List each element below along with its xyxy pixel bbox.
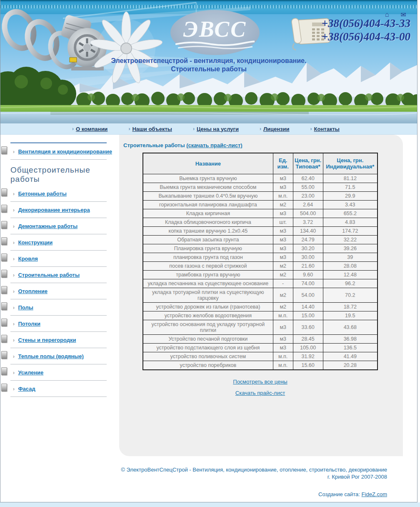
block-icon bbox=[1, 319, 7, 326]
block-icon bbox=[1, 384, 7, 392]
cell-unit: м3 bbox=[273, 334, 293, 343]
sidebar-link[interactable]: Отопление bbox=[18, 288, 48, 294]
sidebar-link[interactable]: Бетонные работы bbox=[18, 191, 66, 197]
credit-label: Создание сайта: bbox=[318, 491, 360, 497]
sidebar-item[interactable]: › Потолки bbox=[0, 316, 119, 331]
sidebar-item[interactable]: › Демонтажные работы bbox=[0, 218, 119, 234]
cell-price-individual: 41.49 bbox=[323, 352, 378, 361]
download-pricelist-inline-link[interactable]: (скачать прайс-лист) bbox=[186, 142, 242, 148]
download-pricelist-link[interactable]: Скачать прайс-лист bbox=[235, 390, 285, 396]
table-header-cell: Цена, грн. Типовая* bbox=[293, 153, 323, 174]
sidebar-item[interactable]: › Полы bbox=[0, 299, 119, 315]
sidebar: › Вентиляция и кондиционирование Общестр… bbox=[0, 135, 119, 456]
cell-unit: м3 bbox=[273, 343, 293, 352]
cell-unit: м.п. bbox=[273, 311, 293, 320]
phone-numbers: +38(056)404-43-33 +38(056)404-43-00 bbox=[322, 17, 410, 43]
cell-name: Выемка грунта механическим способом bbox=[143, 183, 273, 191]
cell-name: устройство подстилающего слоя из щебня bbox=[143, 343, 273, 352]
table-row: трамбовка грунта вручную м2 9.60 12.48 bbox=[143, 270, 378, 279]
site-tagline: Электровентспецстрой - вентиляция, конди… bbox=[0, 57, 417, 73]
cell-unit: м2 bbox=[273, 200, 293, 209]
cell-unit: - bbox=[273, 279, 293, 288]
tagline-line-2: Строительные работы bbox=[0, 65, 417, 73]
sidebar-link[interactable]: Потолки bbox=[18, 321, 40, 327]
arrow-icon: › bbox=[13, 305, 15, 311]
sidebar-link[interactable]: Теплые полы (водяные) bbox=[18, 353, 83, 359]
logo[interactable]: ЭВСС bbox=[170, 10, 260, 55]
cell-price-typical: 33.60 bbox=[293, 320, 323, 334]
nav-item: › Наши объекты bbox=[128, 126, 172, 132]
nav-link[interactable]: Цены на услуги bbox=[197, 126, 239, 132]
sidebar-item[interactable]: › Декорирование интерьера bbox=[0, 202, 119, 218]
nav-link[interactable]: Контакты bbox=[314, 126, 340, 132]
cell-name: Выемка грунта вручную bbox=[143, 174, 273, 183]
arrow-icon: › bbox=[13, 149, 15, 155]
arrow-icon: › bbox=[13, 321, 15, 327]
main-nav: › О компании › Наши объекты › Цены на ус… bbox=[0, 123, 417, 135]
page-background-strip bbox=[0, 502, 420, 507]
cell-name: Обратная засыпка грунта bbox=[143, 235, 273, 244]
sidebar-item[interactable]: › Строительные работы bbox=[0, 267, 119, 283]
page-bottom-border bbox=[0, 502, 417, 502]
sidebar-link[interactable]: Декорирование интерьера bbox=[18, 207, 90, 213]
cell-price-typical: 134.40 bbox=[293, 226, 323, 235]
footer: © ЭлектроВентСпецСтрой - Вентиляция, кон… bbox=[0, 456, 417, 502]
sidebar-link[interactable]: Строительные работы bbox=[18, 272, 80, 278]
sidebar-item[interactable]: › Стены и перегородки bbox=[0, 332, 119, 348]
nav-link[interactable]: Наши объекты bbox=[132, 126, 172, 132]
sidebar-item-ventilation[interactable]: › Вентиляция и кондиционирование bbox=[0, 143, 119, 159]
tagline-line-1: Электровентспецстрой - вентиляция, конди… bbox=[0, 57, 417, 65]
cell-name: устройство основания под укладку тротуар… bbox=[143, 320, 273, 334]
cell-unit: м3 bbox=[273, 174, 293, 183]
sidebar-item[interactable]: › Бетонные работы bbox=[0, 186, 119, 201]
sidebar-link[interactable]: Конструкции bbox=[18, 239, 52, 246]
sidebar-menu: › Бетонные работы › Декорирование интерь… bbox=[0, 186, 119, 397]
cell-price-individual: 136.5 bbox=[323, 343, 378, 352]
table-header-cell: Название bbox=[143, 153, 273, 174]
sidebar-link[interactable]: Фасад bbox=[18, 386, 35, 392]
cell-name: Устройство песчаной подготовки bbox=[143, 334, 273, 343]
cell-name: укладка песчанника на существующее основ… bbox=[143, 279, 273, 288]
nav-link[interactable]: О компании bbox=[76, 126, 108, 132]
right-gutter bbox=[403, 135, 417, 456]
nav-item: › Лицензии bbox=[260, 126, 290, 132]
cell-price-individual: 18.72 bbox=[323, 302, 378, 311]
sidebar-item[interactable]: › Фасад bbox=[0, 381, 119, 397]
sidebar-item[interactable]: › Отопление bbox=[0, 283, 119, 299]
sidebar-item[interactable]: › Теплые полы (водяные) bbox=[0, 348, 119, 364]
cell-unit: м.п. bbox=[273, 191, 293, 200]
cell-price-typical: 9.60 bbox=[293, 270, 323, 279]
table-row: устройство поребриков м.п. 15.60 20.28 bbox=[143, 361, 378, 370]
nav-link[interactable]: Лицензии bbox=[263, 126, 290, 132]
table-row: укладка тротуарной плитки на существующу… bbox=[143, 288, 378, 302]
block-icon bbox=[1, 221, 7, 229]
sidebar-item[interactable]: › Кровля bbox=[0, 251, 119, 266]
block-icon bbox=[1, 254, 7, 261]
view-all-prices-link[interactable]: Посмотреть все цены bbox=[233, 379, 287, 385]
cell-name: укладка тротуарной плитки на существующу… bbox=[143, 288, 273, 302]
arrow-icon: › bbox=[13, 256, 15, 262]
sidebar-link[interactable]: Демонтажные работы bbox=[18, 223, 78, 229]
phone-number-2: +38(056)404-43-00 bbox=[322, 30, 410, 43]
credit-link[interactable]: FideZ.com bbox=[362, 491, 387, 497]
cell-price-individual: 81.12 bbox=[323, 174, 378, 183]
sidebar-item[interactable]: › Усиление bbox=[0, 364, 119, 380]
sidebar-item[interactable]: › Конструкции bbox=[0, 234, 119, 250]
arrow-icon: › bbox=[13, 272, 15, 278]
cell-price-individual: 39.26 bbox=[323, 244, 378, 253]
sidebar-link[interactable]: Стены и перегородки bbox=[18, 337, 76, 343]
table-row: устройство основания под укладку тротуар… bbox=[143, 320, 378, 334]
cell-price-typical: 3.72 bbox=[293, 218, 323, 226]
cell-unit: м2 bbox=[273, 270, 293, 279]
cell-price-typical: 24.79 bbox=[293, 235, 323, 244]
sidebar-link[interactable]: Вентиляция и кондиционирование bbox=[18, 148, 112, 155]
cell-price-individual: 39 bbox=[323, 253, 378, 261]
sidebar-link[interactable]: Кровля bbox=[18, 256, 38, 262]
cell-price-typical: 23.00 bbox=[293, 191, 323, 200]
sidebar-link[interactable]: Усиление bbox=[18, 369, 43, 376]
sidebar-link[interactable]: Полы bbox=[18, 304, 33, 311]
cell-name: трамбовка грунта вручную bbox=[143, 270, 273, 279]
table-header-cell: Цена, грн. Индивидуальная* bbox=[323, 153, 378, 174]
cell-unit: м3 bbox=[273, 320, 293, 334]
price-table-body: Выемка грунта вручную м3 62.40 81.12 Вые… bbox=[143, 174, 378, 370]
